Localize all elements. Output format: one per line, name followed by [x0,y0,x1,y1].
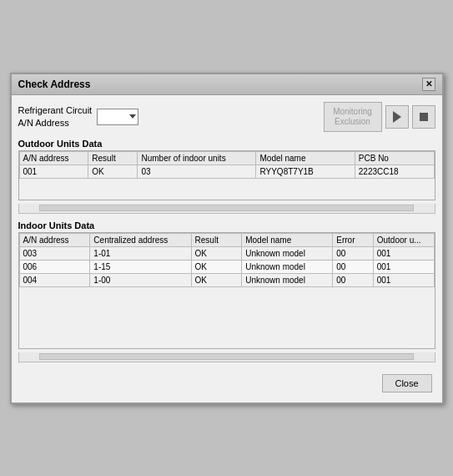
table-row: 0031-01OKUnknown model00001 [19,246,434,260]
table-cell: Unknown model [242,260,333,273]
footer: Close [18,369,435,396]
table-cell: 001 [19,165,88,178]
title-bar: Check Address ✕ [12,74,442,95]
table-cell: RYYQ8T7Y1B [256,165,355,178]
top-controls: Refrigerant Circuit A/N Address Monitori… [18,102,435,132]
indoor-col-header: A/N address [19,233,90,246]
outdoor-table-container[interactable]: A/N addressResultNumber of indoor unitsM… [18,150,435,200]
window-close-button[interactable]: ✕ [422,78,435,91]
address-label: Refrigerant Circuit A/N Address [18,104,93,129]
table-cell: 00 [333,273,373,286]
table-cell: OK [191,246,242,260]
outdoor-col-header: PCB No [355,151,434,165]
indoor-table-body: 0031-01OKUnknown model000010061-15OKUnkn… [19,246,434,286]
window-title: Check Address [18,78,91,90]
play-button[interactable] [385,105,409,129]
table-cell: 003 [19,246,90,260]
close-button[interactable]: Close [382,374,432,392]
table-cell: 2223CC18 [355,165,434,178]
outdoor-header-row: A/N addressResultNumber of indoor unitsM… [19,151,434,165]
table-cell: OK [88,165,138,178]
table-cell: 001 [373,260,434,273]
stop-button[interactable] [412,105,435,129]
outdoor-scrollbar-track [39,205,413,211]
indoor-scrollbar[interactable] [18,352,435,362]
play-icon [393,111,401,123]
address-label-group: Refrigerant Circuit A/N Address [18,104,139,129]
indoor-table-head: A/N addressCentralized addressResultMode… [19,233,434,246]
indoor-col-header: Error [333,233,373,246]
indoor-table: A/N addressCentralized addressResultMode… [19,233,435,287]
table-row: 001OK03RYYQ8T7Y1B2223CC18 [19,165,434,178]
table-cell: OK [191,260,242,273]
table-cell: 03 [138,165,256,178]
indoor-header-row: A/N addressCentralized addressResultMode… [19,233,434,246]
indoor-scrollbar-track [39,353,413,360]
outdoor-col-header: Model name [256,151,355,165]
table-cell: 1-01 [90,246,191,260]
right-controls: MonitoringExclusion [324,102,435,132]
table-cell: 004 [19,273,90,286]
indoor-table-container[interactable]: A/N addressCentralized addressResultMode… [18,232,435,349]
outdoor-section-label: Outdoor Units Data [18,139,435,149]
outdoor-scrollbar[interactable] [18,204,435,214]
outdoor-table-head: A/N addressResultNumber of indoor unitsM… [19,151,434,165]
monitoring-exclusion-button[interactable]: MonitoringExclusion [324,102,382,132]
monitoring-exclusion-label: MonitoringExclusion [333,107,372,127]
outdoor-col-header: A/N address [19,151,88,165]
window-body: Refrigerant Circuit A/N Address Monitori… [12,95,442,403]
indoor-col-header: Centralized address [90,233,191,246]
outdoor-table-body: 001OK03RYYQ8T7Y1B2223CC18 [19,165,434,178]
table-cell: OK [191,273,242,286]
outdoor-col-header: Result [88,151,138,165]
table-cell: 1-00 [90,273,191,286]
indoor-col-header: Outdoor u... [373,233,434,246]
outdoor-table: A/N addressResultNumber of indoor unitsM… [19,151,435,179]
check-address-window: Check Address ✕ Refrigerant Circuit A/N … [10,73,444,404]
table-row: 0061-15OKUnknown model00001 [19,260,434,273]
outdoor-col-header: Number of indoor units [138,151,256,165]
indoor-col-header: Result [191,233,242,246]
table-cell: 00 [333,246,373,260]
table-cell: Unknown model [242,273,333,286]
table-cell: 001 [373,246,434,260]
table-row: 0041-00OKUnknown model00001 [19,273,434,286]
stop-icon [420,113,428,121]
refrigerant-circuit-dropdown[interactable] [97,109,138,125]
table-cell: 001 [373,273,434,286]
table-cell: 006 [19,260,90,273]
indoor-col-header: Model name [242,233,333,246]
table-cell: 1-15 [90,260,191,273]
indoor-section-label: Indoor Units Data [18,220,435,230]
table-cell: 00 [333,260,373,273]
table-cell: Unknown model [242,246,333,260]
dropdown-arrow-icon [129,114,136,119]
